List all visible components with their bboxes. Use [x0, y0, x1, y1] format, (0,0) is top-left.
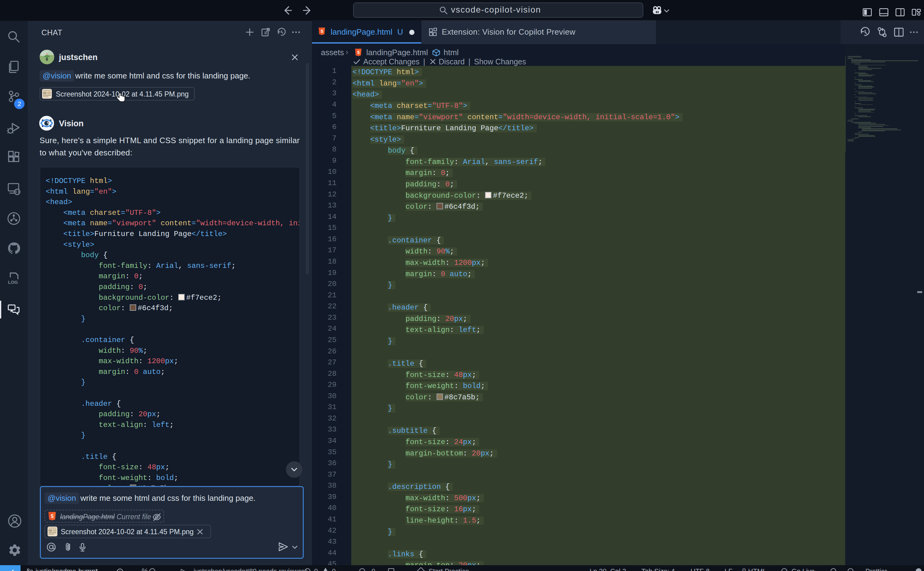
svg-text:5: 5	[320, 29, 323, 34]
svg-text:5: 5	[51, 514, 54, 519]
svg-text:LOG: LOG	[8, 279, 18, 285]
svg-text:5: 5	[357, 50, 359, 55]
